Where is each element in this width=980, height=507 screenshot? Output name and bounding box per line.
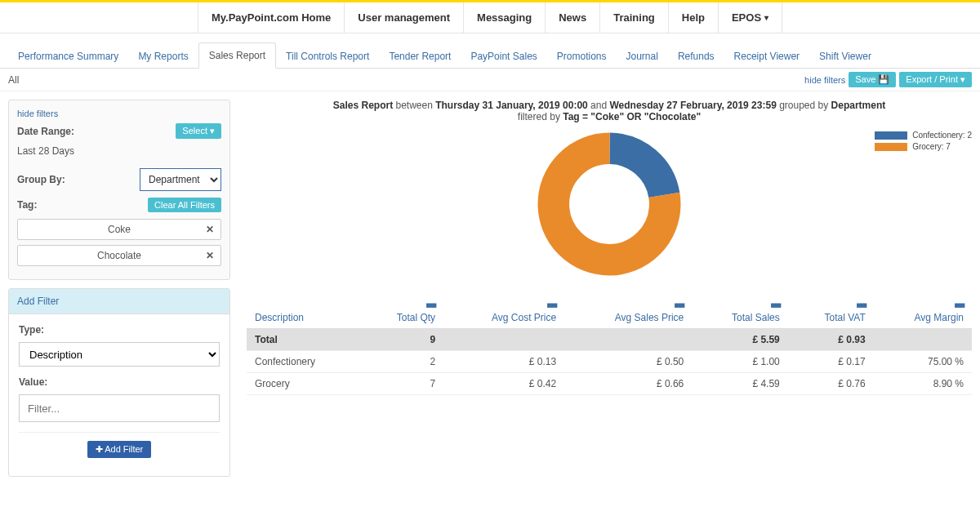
table-cell: Grocery <box>247 373 361 395</box>
report-tab[interactable]: Sales Report <box>198 42 276 69</box>
total-row: Total9£ 5.59£ 0.93 <box>247 329 972 351</box>
filter-type-select[interactable]: Description <box>19 342 220 367</box>
report-tab[interactable]: My Reports <box>128 44 198 69</box>
tag-chip-label: Chocolate <box>97 250 141 261</box>
table-cell: £ 0.13 <box>443 351 564 373</box>
table-cell: £ 0.93 <box>788 329 874 351</box>
main-nav-item[interactable]: News <box>546 2 600 33</box>
main-nav-item[interactable]: Training <box>600 2 669 33</box>
table-cell: 7 <box>361 373 443 395</box>
report-tab[interactable]: Tender Report <box>379 44 461 69</box>
filter-value-label: Value: <box>19 376 220 388</box>
report-main: Sales Report between Thursday 31 January… <box>247 100 972 477</box>
tag-chip: Coke✕ <box>17 219 221 240</box>
table-row: Grocery7£ 0.42£ 0.66£ 4.59£ 0.768.90 % <box>247 373 972 395</box>
main-nav-item[interactable]: Help <box>669 2 719 33</box>
chevron-down-icon: ▾ <box>960 74 965 84</box>
table-cell: £ 1.00 <box>692 351 788 373</box>
legend-label: Confectionery: 2 <box>912 131 972 140</box>
filter-value-input[interactable] <box>19 394 220 422</box>
column-header[interactable]: ▮▮▮Avg Sales Price <box>564 294 692 329</box>
main-nav-item[interactable]: My.PayPoint.com Home <box>198 2 345 33</box>
chart-legend: Confectionery: 2Grocery: 7 <box>875 131 972 153</box>
remove-tag-icon[interactable]: ✕ <box>206 250 214 261</box>
legend-swatch <box>875 131 907 140</box>
date-range-select-button[interactable]: Select ▾ <box>176 123 221 139</box>
hide-filters-link[interactable]: hide filters <box>804 75 845 85</box>
chevron-down-icon: ▾ <box>764 13 768 22</box>
column-header-label: Avg Margin <box>882 312 964 323</box>
filter-sidebar: hide filters Date Range: Select ▾ Last 2… <box>8 100 230 477</box>
column-header[interactable]: ▮▮▮Total Qty <box>361 294 443 329</box>
group-by-select[interactable]: Department <box>140 168 221 191</box>
filters-panel: hide filters Date Range: Select ▾ Last 2… <box>8 100 230 280</box>
bar-chart-icon: ▮▮▮ <box>546 302 556 309</box>
table-cell: 2 <box>361 351 443 373</box>
column-header-label: Total Qty <box>369 312 435 323</box>
remove-tag-icon[interactable]: ✕ <box>206 224 214 235</box>
date-range-select-label: Select <box>182 126 207 136</box>
table-cell: £ 0.66 <box>564 373 692 395</box>
tag-chip-label: Coke <box>108 224 131 235</box>
report-tab[interactable]: Receipt Viewer <box>724 44 809 69</box>
report-tabs: Performance SummaryMy ReportsSales Repor… <box>0 33 980 69</box>
table-cell: 75.00 % <box>874 351 972 373</box>
report-tab[interactable]: Shift Viewer <box>809 44 881 69</box>
add-filter-button[interactable]: ✚ Add Filter <box>87 441 152 458</box>
bar-chart-icon: ▮▮▮ <box>770 302 780 309</box>
column-header[interactable]: ▮▮▮Total Sales <box>692 294 788 329</box>
column-header-label: Total Sales <box>700 312 780 323</box>
bar-chart-icon: ▮▮▮ <box>856 302 866 309</box>
tag-chip: Chocolate✕ <box>17 245 221 266</box>
table-cell <box>443 329 564 351</box>
table-cell: £ 5.59 <box>692 329 788 351</box>
table-cell: 8.90 % <box>874 373 972 395</box>
report-tab[interactable]: Promotions <box>547 44 617 69</box>
column-header-label: Avg Sales Price <box>572 312 684 323</box>
report-tab[interactable]: Performance Summary <box>8 44 128 69</box>
table-cell: Total <box>247 329 361 351</box>
bar-chart-icon: ▮▮▮ <box>425 302 435 309</box>
bar-chart-icon: ▮▮▮ <box>954 302 964 309</box>
export-button-label: Export / Print <box>906 74 958 84</box>
report-tab[interactable]: PayPoint Sales <box>461 44 546 69</box>
column-header-label: Avg Cost Price <box>452 312 556 323</box>
save-button[interactable]: Save 💾 <box>849 72 896 87</box>
main-nav-item[interactable]: EPOS▾ <box>719 2 782 33</box>
table-cell: Confectionery <box>247 351 361 373</box>
breadcrumb: All <box>8 74 19 86</box>
table-cell <box>564 329 692 351</box>
column-header-label: Description <box>255 312 353 323</box>
toolbar: All hide filters Save 💾 Export / Print ▾ <box>0 69 980 91</box>
add-filter-button-label: Add Filter <box>105 444 143 454</box>
clear-all-filters-button[interactable]: Clear All Filters <box>148 198 221 212</box>
hide-filters-link-sidebar[interactable]: hide filters <box>17 109 221 118</box>
export-print-button[interactable]: Export / Print ▾ <box>899 72 972 87</box>
main-nav-item[interactable]: User management <box>345 2 464 33</box>
column-header[interactable]: ▮▮▮Avg Margin <box>874 294 972 329</box>
donut-slice <box>554 149 665 260</box>
column-header[interactable]: ▮▮▮Avg Cost Price <box>443 294 564 329</box>
save-button-label: Save <box>855 74 875 84</box>
filter-type-label: Type: <box>19 324 220 336</box>
chart-area: Confectionery: 2Grocery: 7 <box>247 131 972 278</box>
legend-item: Confectionery: 2 <box>875 131 972 140</box>
column-header[interactable]: ▮▮▮Description <box>247 294 361 329</box>
main-nav: My.PayPoint.com HomeUser managementMessa… <box>0 2 980 33</box>
table-cell: £ 0.50 <box>564 351 692 373</box>
tag-label: Tag: <box>17 199 37 211</box>
add-filter-panel: Add Filter Type: Description Value: ✚ Ad… <box>8 288 230 477</box>
table-cell: £ 0.17 <box>788 351 874 373</box>
column-header[interactable]: ▮▮▮Total VAT <box>788 294 874 329</box>
report-tab[interactable]: Journal <box>617 44 668 69</box>
table-cell: £ 0.42 <box>443 373 564 395</box>
add-filter-header: Add Filter <box>9 289 229 314</box>
legend-item: Grocery: 7 <box>875 142 972 151</box>
table-cell: 9 <box>361 329 443 351</box>
report-tab[interactable]: Refunds <box>668 44 724 69</box>
report-tab[interactable]: Till Controls Report <box>276 44 379 69</box>
main-nav-item[interactable]: Messaging <box>464 2 546 33</box>
bar-chart-icon: ▮▮▮ <box>674 302 684 309</box>
chevron-down-icon: ▾ <box>210 126 215 136</box>
data-table: ▮▮▮Description▮▮▮Total Qty▮▮▮Avg Cost Pr… <box>247 294 972 395</box>
